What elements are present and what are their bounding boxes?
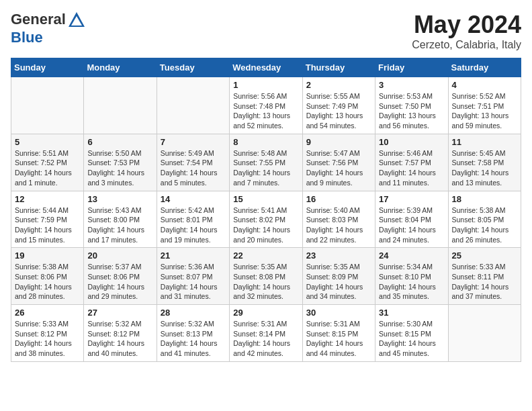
day-detail: Sunrise: 5:42 AM Sunset: 8:01 PM Dayligh…	[161, 205, 226, 245]
day-detail: Sunrise: 5:38 AM Sunset: 8:05 PM Dayligh…	[452, 205, 517, 245]
day-detail: Sunrise: 5:32 AM Sunset: 8:13 PM Dayligh…	[161, 319, 226, 359]
day-cell: 20Sunrise: 5:37 AM Sunset: 8:06 PM Dayli…	[84, 248, 157, 305]
day-detail: Sunrise: 5:35 AM Sunset: 8:09 PM Dayligh…	[306, 262, 371, 302]
weekday-saturday: Saturday	[448, 58, 521, 77]
day-cell: 24Sunrise: 5:34 AM Sunset: 8:10 PM Dayli…	[375, 248, 448, 305]
day-detail: Sunrise: 5:40 AM Sunset: 8:03 PM Dayligh…	[306, 205, 371, 245]
day-detail: Sunrise: 5:32 AM Sunset: 8:12 PM Dayligh…	[87, 319, 152, 359]
day-number: 23	[306, 250, 371, 261]
day-cell: 30Sunrise: 5:31 AM Sunset: 8:15 PM Dayli…	[302, 305, 375, 362]
day-number: 25	[452, 250, 517, 261]
month-title: May 2024	[412, 11, 521, 39]
day-number: 22	[233, 250, 298, 261]
day-cell: 11Sunrise: 5:45 AM Sunset: 7:58 PM Dayli…	[448, 134, 521, 191]
day-detail: Sunrise: 5:53 AM Sunset: 7:50 PM Dayligh…	[379, 91, 444, 131]
day-cell: 14Sunrise: 5:42 AM Sunset: 8:01 PM Dayli…	[157, 191, 229, 248]
day-cell: 29Sunrise: 5:31 AM Sunset: 8:14 PM Dayli…	[230, 305, 302, 362]
day-cell: 22Sunrise: 5:35 AM Sunset: 8:08 PM Dayli…	[230, 248, 302, 305]
day-number: 21	[161, 250, 226, 261]
day-detail: Sunrise: 5:52 AM Sunset: 7:51 PM Dayligh…	[452, 91, 517, 131]
day-number: 28	[161, 308, 226, 318]
day-number: 14	[161, 194, 226, 204]
weekday-wednesday: Wednesday	[230, 58, 302, 77]
day-detail: Sunrise: 5:43 AM Sunset: 8:00 PM Dayligh…	[87, 205, 152, 245]
day-number: 2	[306, 80, 371, 90]
day-cell: 25Sunrise: 5:33 AM Sunset: 8:11 PM Dayli…	[448, 248, 521, 305]
day-detail: Sunrise: 5:56 AM Sunset: 7:48 PM Dayligh…	[233, 91, 298, 131]
weekday-tuesday: Tuesday	[157, 58, 229, 77]
day-detail: Sunrise: 5:44 AM Sunset: 7:59 PM Dayligh…	[15, 205, 80, 245]
day-cell: 31Sunrise: 5:30 AM Sunset: 8:15 PM Dayli…	[375, 305, 448, 362]
day-number: 27	[87, 308, 152, 318]
day-cell: 6Sunrise: 5:50 AM Sunset: 7:53 PM Daylig…	[84, 134, 157, 191]
week-row-5: 26Sunrise: 5:33 AM Sunset: 8:12 PM Dayli…	[11, 305, 521, 362]
calendar-header: SundayMondayTuesdayWednesdayThursdayFrid…	[11, 58, 521, 77]
day-cell: 21Sunrise: 5:36 AM Sunset: 8:07 PM Dayli…	[157, 248, 229, 305]
day-detail: Sunrise: 5:41 AM Sunset: 8:02 PM Dayligh…	[233, 205, 298, 245]
day-number: 13	[87, 194, 152, 204]
week-row-1: 1Sunrise: 5:56 AM Sunset: 7:48 PM Daylig…	[11, 77, 521, 134]
day-cell: 8Sunrise: 5:48 AM Sunset: 7:55 PM Daylig…	[230, 134, 302, 191]
day-detail: Sunrise: 5:39 AM Sunset: 8:04 PM Dayligh…	[379, 205, 444, 245]
day-number: 20	[87, 250, 152, 261]
day-detail: Sunrise: 5:31 AM Sunset: 8:15 PM Dayligh…	[306, 319, 371, 359]
day-detail: Sunrise: 5:47 AM Sunset: 7:56 PM Dayligh…	[306, 148, 371, 188]
day-number: 31	[379, 308, 444, 318]
day-detail: Sunrise: 5:33 AM Sunset: 8:12 PM Dayligh…	[15, 319, 80, 359]
day-number: 3	[379, 80, 444, 90]
day-cell	[84, 77, 157, 134]
day-detail: Sunrise: 5:37 AM Sunset: 8:06 PM Dayligh…	[87, 262, 152, 302]
day-detail: Sunrise: 5:45 AM Sunset: 7:58 PM Dayligh…	[452, 148, 517, 188]
day-detail: Sunrise: 5:38 AM Sunset: 8:06 PM Dayligh…	[15, 262, 80, 302]
day-number: 8	[233, 137, 298, 147]
day-cell: 23Sunrise: 5:35 AM Sunset: 8:09 PM Dayli…	[302, 248, 375, 305]
day-number: 6	[87, 137, 152, 147]
day-cell: 17Sunrise: 5:39 AM Sunset: 8:04 PM Dayli…	[375, 191, 448, 248]
day-cell: 3Sunrise: 5:53 AM Sunset: 7:50 PM Daylig…	[375, 77, 448, 134]
day-detail: Sunrise: 5:35 AM Sunset: 8:08 PM Dayligh…	[233, 262, 298, 302]
weekday-row: SundayMondayTuesdayWednesdayThursdayFrid…	[11, 58, 521, 77]
day-cell: 5Sunrise: 5:51 AM Sunset: 7:52 PM Daylig…	[11, 134, 84, 191]
day-cell: 1Sunrise: 5:56 AM Sunset: 7:48 PM Daylig…	[230, 77, 302, 134]
day-number: 15	[233, 194, 298, 204]
day-cell	[448, 305, 521, 362]
day-detail: Sunrise: 5:33 AM Sunset: 8:11 PM Dayligh…	[452, 262, 517, 302]
calendar-body: 1Sunrise: 5:56 AM Sunset: 7:48 PM Daylig…	[11, 77, 521, 362]
day-number: 1	[233, 80, 298, 90]
day-cell	[11, 77, 84, 134]
weekday-sunday: Sunday	[11, 58, 84, 77]
day-detail: Sunrise: 5:36 AM Sunset: 8:07 PM Dayligh…	[161, 262, 226, 302]
day-number: 24	[379, 250, 444, 261]
day-cell: 9Sunrise: 5:47 AM Sunset: 7:56 PM Daylig…	[302, 134, 375, 191]
day-number: 4	[452, 80, 517, 90]
day-cell	[157, 77, 229, 134]
day-detail: Sunrise: 5:30 AM Sunset: 8:15 PM Dayligh…	[379, 319, 444, 359]
day-cell: 4Sunrise: 5:52 AM Sunset: 7:51 PM Daylig…	[448, 77, 521, 134]
week-row-4: 19Sunrise: 5:38 AM Sunset: 8:06 PM Dayli…	[11, 248, 521, 305]
logo-icon	[67, 11, 86, 30]
day-detail: Sunrise: 5:48 AM Sunset: 7:55 PM Dayligh…	[233, 148, 298, 188]
day-number: 11	[452, 137, 517, 147]
day-detail: Sunrise: 5:31 AM Sunset: 8:14 PM Dayligh…	[233, 319, 298, 359]
weekday-thursday: Thursday	[302, 58, 375, 77]
day-detail: Sunrise: 5:46 AM Sunset: 7:57 PM Dayligh…	[379, 148, 444, 188]
day-detail: Sunrise: 5:51 AM Sunset: 7:52 PM Dayligh…	[15, 148, 80, 188]
day-number: 5	[15, 137, 80, 147]
calendar-table: SundayMondayTuesdayWednesdayThursdayFrid…	[11, 58, 521, 362]
day-number: 16	[306, 194, 371, 204]
location: Cerzeto, Calabria, Italy	[412, 39, 521, 51]
page-header: General Blue May 2024 Cerzeto, Calabria,…	[11, 11, 521, 51]
day-number: 19	[15, 250, 80, 261]
day-cell: 10Sunrise: 5:46 AM Sunset: 7:57 PM Dayli…	[375, 134, 448, 191]
day-detail: Sunrise: 5:34 AM Sunset: 8:10 PM Dayligh…	[379, 262, 444, 302]
day-detail: Sunrise: 5:50 AM Sunset: 7:53 PM Dayligh…	[87, 148, 152, 188]
title-block: May 2024 Cerzeto, Calabria, Italy	[412, 11, 521, 51]
day-cell: 7Sunrise: 5:49 AM Sunset: 7:54 PM Daylig…	[157, 134, 229, 191]
weekday-friday: Friday	[375, 58, 448, 77]
day-number: 17	[379, 194, 444, 204]
day-cell: 12Sunrise: 5:44 AM Sunset: 7:59 PM Dayli…	[11, 191, 84, 248]
week-row-2: 5Sunrise: 5:51 AM Sunset: 7:52 PM Daylig…	[11, 134, 521, 191]
day-number: 10	[379, 137, 444, 147]
day-number: 7	[161, 137, 226, 147]
day-detail: Sunrise: 5:49 AM Sunset: 7:54 PM Dayligh…	[161, 148, 226, 188]
